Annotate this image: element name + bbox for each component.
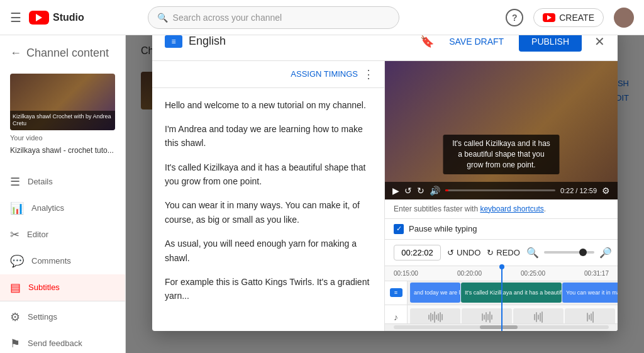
help-icon[interactable]: ? bbox=[506, 9, 523, 26]
playhead bbox=[501, 266, 502, 331]
search-placeholder: Search across your channel bbox=[173, 13, 282, 23]
volume-button[interactable]: 🔊 bbox=[430, 186, 440, 196]
transcript-para-4: As usual, you will need enough yarn for … bbox=[165, 237, 372, 265]
timeline-controls: ↺ UNDO ↻ REDO 🔍 bbox=[385, 240, 618, 266]
transcript-para-3: You can wear it in many ways. You can ma… bbox=[165, 198, 372, 227]
settings-label: Settings bbox=[28, 312, 57, 322]
bookmark-icon[interactable]: 🔖 bbox=[420, 35, 434, 48]
progress-bar[interactable] bbox=[445, 189, 555, 191]
logo: Studio bbox=[29, 11, 84, 25]
back-button[interactable]: ← Channel content bbox=[0, 40, 125, 66]
back-label: Channel content bbox=[26, 47, 109, 60]
comments-icon: 💬 bbox=[10, 254, 24, 268]
sidebar-item-subtitles[interactable]: ▤ Subtitles bbox=[0, 274, 125, 301]
close-button[interactable]: ✕ bbox=[594, 35, 605, 49]
feedback-label: Send feedback bbox=[28, 339, 82, 348]
ruler-mark-2: 00:25:00 bbox=[521, 270, 545, 277]
redo-icon: ↻ bbox=[487, 248, 494, 257]
clip-2[interactable]: You can wear it in many ways. You c... bbox=[562, 283, 618, 303]
assign-timings-button[interactable]: ASSIGN TIMINGS bbox=[291, 69, 358, 79]
editor-icon: ✂ bbox=[10, 228, 19, 242]
details-label: Details bbox=[28, 177, 53, 186]
track-icon: ≡ bbox=[385, 281, 408, 305]
sidebar-item-settings[interactable]: ⚙ Settings bbox=[0, 304, 125, 330]
subtitles-label: Subtitles bbox=[28, 283, 60, 292]
clip-1[interactable]: It's called Kizilkaya and it has a beaut… bbox=[461, 283, 562, 303]
details-icon: ☰ bbox=[10, 175, 20, 189]
video-title: Kizilkaya shawl - crochet tuto... bbox=[10, 145, 115, 156]
ruler-mark-0: 00:15:00 bbox=[394, 270, 418, 277]
comments-label: Comments bbox=[31, 256, 71, 266]
language-icon bbox=[165, 35, 182, 48]
more-options-icon[interactable]: ⋮ bbox=[363, 67, 374, 81]
sidebar-item-feedback[interactable]: ⚑ Send feedback bbox=[0, 330, 125, 353]
transcript-content[interactable]: Hello and welcome to a new tutorial on m… bbox=[152, 88, 384, 331]
create-dot-icon bbox=[543, 13, 555, 22]
time-display: 0:22 / 12:59 bbox=[560, 187, 597, 194]
user-avatar[interactable] bbox=[614, 8, 634, 28]
settings-icon: ⚙ bbox=[10, 310, 20, 324]
redo-button[interactable]: ↻ REDO bbox=[487, 248, 520, 257]
undo-button[interactable]: ↺ UNDO bbox=[447, 248, 480, 257]
back-arrow-icon: ← bbox=[10, 47, 21, 60]
audio-wave-2 bbox=[534, 311, 543, 323]
pause-label: Pause while typing bbox=[409, 224, 477, 233]
transcript-para-1: I'm Andrea and today we are learning how… bbox=[165, 122, 372, 150]
video-container: It's called Kizilkaya and it has a beaut… bbox=[385, 61, 618, 199]
time-input[interactable] bbox=[394, 245, 441, 261]
sidebar-item-details[interactable]: ☰ Details bbox=[0, 169, 125, 195]
save-draft-button[interactable]: SAVE DRAFT bbox=[441, 35, 511, 50]
sidebar-bottom: ⚙ Settings ⚑ Send feedback bbox=[0, 301, 125, 353]
music-icon: ♪ bbox=[394, 312, 398, 322]
keyboard-shortcuts-link[interactable]: keyboard shortcuts bbox=[480, 205, 543, 213]
audio-wave-1 bbox=[482, 311, 492, 323]
transcript-para-5: For example this is Gatto Kings Twirls. … bbox=[165, 275, 372, 303]
clip-0[interactable]: and today we are l... bbox=[410, 283, 460, 303]
sidebar-item-analytics[interactable]: 📊 Analytics bbox=[0, 195, 125, 221]
logo-text: Studio bbox=[53, 12, 84, 23]
zoom-slider[interactable] bbox=[544, 251, 594, 254]
audio-clip-2 bbox=[513, 308, 564, 323]
video-controls: ▶ ↺ ↻ 🔊 0:22 / 12:59 ⚙ bbox=[385, 182, 618, 199]
audio-clips bbox=[408, 305, 618, 323]
shortcuts-bar: Enter subtitles faster with keyboard sho… bbox=[385, 199, 618, 219]
transcript-para-0: Hello and welcome to a new tutorial on m… bbox=[165, 98, 372, 112]
sidebar-nav: ☰ Details 📊 Analytics ✂ Editor 💬 Comment… bbox=[0, 169, 125, 301]
progress-fill bbox=[445, 189, 448, 191]
forward-button[interactable]: ↻ bbox=[417, 186, 425, 196]
sidebar-item-comments[interactable]: 💬 Comments bbox=[0, 248, 125, 274]
subtitle-clips: and today we are l... It's called Kizilk… bbox=[408, 281, 618, 305]
ruler-mark-1: 00:20:00 bbox=[457, 270, 482, 277]
audio-track-icon: ♪ bbox=[385, 305, 408, 323]
search-icon: 🔍 bbox=[157, 13, 168, 23]
timeline-area: ↺ UNDO ↻ REDO 🔍 bbox=[385, 240, 618, 331]
zoom-out-icon[interactable]: 🔍 bbox=[526, 247, 539, 259]
video-label: Your video bbox=[10, 134, 115, 142]
pause-while-typing-row: Pause while typing bbox=[385, 219, 618, 240]
feedback-icon: ⚑ bbox=[10, 337, 20, 350]
track-icon-inner: ≡ bbox=[390, 288, 402, 297]
hamburger-icon[interactable]: ☰ bbox=[10, 10, 21, 25]
sidebar-item-editor[interactable]: ✂ Editor bbox=[0, 221, 125, 248]
analytics-label: Analytics bbox=[31, 203, 64, 213]
search-bar[interactable]: 🔍 Search across your channel bbox=[148, 6, 399, 29]
publish-button[interactable]: PUBLISH bbox=[519, 35, 582, 52]
pause-checkbox[interactable] bbox=[394, 224, 404, 234]
modal-overlay: English 🔖 SAVE DRAFT PUBLISH ✕ ASSIGN TI… bbox=[126, 35, 644, 353]
audio-wave-0 bbox=[428, 311, 443, 323]
modal-header-right: 🔖 SAVE DRAFT PUBLISH ✕ bbox=[420, 35, 605, 52]
sidebar-video-card: Kizilkaya shawl Crochet with by Andrea C… bbox=[0, 66, 125, 164]
create-button[interactable]: CREATE bbox=[533, 8, 604, 27]
audio-clip-1 bbox=[462, 308, 512, 323]
modal-body: ASSIGN TIMINGS ⋮ Hello and welcome to a … bbox=[152, 61, 618, 331]
transcript-toolbar: ASSIGN TIMINGS ⋮ bbox=[152, 61, 384, 88]
settings-button[interactable]: ⚙ bbox=[602, 186, 610, 196]
video-panel: It's called Kizilkaya and it has a beaut… bbox=[385, 61, 618, 331]
youtube-logo-icon bbox=[29, 11, 49, 25]
subtitle-modal: English 🔖 SAVE DRAFT PUBLISH ✕ ASSIGN TI… bbox=[152, 35, 618, 331]
thumbnail-overlay: Kizilkaya shawl Crochet with by Andrea C… bbox=[10, 111, 115, 130]
rewind-button[interactable]: ↺ bbox=[404, 186, 412, 196]
zoom-in-icon[interactable]: 🔎 bbox=[599, 247, 612, 259]
scrollbar-thumb bbox=[480, 325, 518, 329]
play-button[interactable]: ▶ bbox=[392, 186, 399, 196]
